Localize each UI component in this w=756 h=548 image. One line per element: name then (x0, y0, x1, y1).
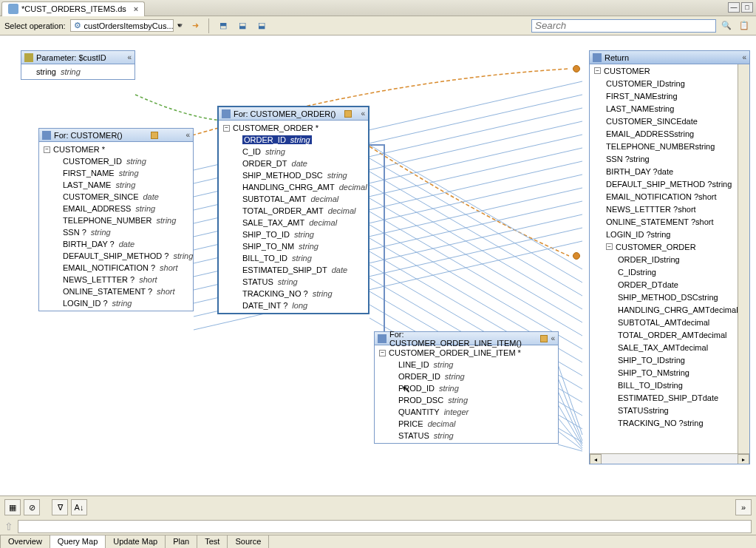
field-row[interactable]: PRICEdecimal (375, 418, 558, 430)
maximize-button[interactable]: □ (741, 2, 753, 13)
nav-button[interactable]: ➜ (188, 18, 202, 33)
operation-select[interactable]: ⚙ custOrdersItemsbyCus... ▼ (70, 19, 174, 32)
tab-update-map[interactable]: Update Map (105, 535, 166, 548)
field-row[interactable]: TELEPHONE_NUMBERstring (39, 214, 193, 226)
return-row[interactable]: FIRST_NAMEstring (590, 89, 749, 102)
field-row[interactable]: ESTIMATED_SHIP_DTdate (219, 264, 368, 276)
root-row[interactable]: − CUSTOMER_ORDER_LINE_ITEM * (375, 347, 558, 359)
tab-overview[interactable]: Overview (0, 535, 50, 548)
return-row[interactable]: HANDLING_CHRG_AMTdecimal (590, 303, 749, 316)
return-row[interactable]: BIRTH_DAY ?date (590, 165, 749, 177)
return-row[interactable]: SUBTOTAL_AMTdecimal (590, 316, 749, 328)
return-row[interactable]: NEWS_LETTTER ?short (590, 203, 749, 215)
dropdown-icon[interactable]: ▼ (178, 22, 184, 29)
close-icon[interactable]: × (134, 4, 138, 13)
collapse-icon[interactable]: − (223, 125, 230, 132)
tab-test[interactable]: Test (197, 535, 228, 548)
return-row[interactable]: ORDER_DTdate (590, 278, 749, 291)
field-row[interactable]: SSN ?string (39, 226, 193, 238)
field-row[interactable]: BIRTH_DAY ?date (39, 238, 193, 250)
field-row[interactable]: SHIP_TO_NMstring (219, 240, 368, 252)
file-tab[interactable]: *CUST_ORDERS_ITEMS.ds × (1, 1, 145, 16)
return-row[interactable]: DEFAULT_SHIP_METHOD ?string (590, 177, 749, 190)
filter-input[interactable] (18, 520, 752, 533)
panel-header[interactable]: Parameter: $custID « (21, 51, 134, 64)
collapse-icon[interactable]: − (594, 67, 601, 74)
panel-header[interactable]: For: CUSTOMER() « (39, 129, 193, 142)
field-row[interactable]: CUSTOMER_IDstring (39, 155, 193, 167)
tree-button-2[interactable]: ⬓ (235, 18, 250, 33)
return-row[interactable]: CUSTOMER_IDstring (590, 77, 749, 89)
sort-button[interactable]: A↓ (71, 499, 87, 515)
field-row[interactable]: LINE_IDstring (375, 359, 558, 371)
panel-return[interactable]: Return « −CUSTOMERCUSTOMER_IDstringFIRST… (589, 50, 750, 464)
return-row[interactable]: −CUSTOMER_ORDER (590, 240, 749, 253)
return-row[interactable]: ORDER_IDstring (590, 253, 749, 265)
return-row[interactable]: SSN ?string (590, 152, 749, 165)
field-row[interactable]: string string (21, 66, 134, 78)
chevron-up-icon[interactable]: « (127, 53, 132, 61)
up-arrow-icon[interactable]: ⇧ (4, 521, 13, 532)
return-row[interactable]: EMAIL_ADDRESSstring (590, 127, 749, 140)
return-row[interactable]: C_IDstring (590, 265, 749, 278)
field-row[interactable]: DEFAULT_SHIP_METHOD ?string (39, 250, 193, 262)
collapse-icon[interactable]: − (379, 350, 386, 356)
return-row[interactable]: ONLINE_STATEMENT ?short (590, 215, 749, 228)
field-row[interactable]: LOGIN_ID ?string (39, 297, 193, 309)
search-button[interactable]: 🔍 (719, 18, 734, 33)
field-row[interactable]: EMAIL_NOTIFICATION ?short (39, 262, 193, 274)
collapse-icon[interactable]: − (606, 243, 613, 250)
return-row[interactable]: LOGIN_ID ?string (590, 228, 749, 240)
tree-button-3[interactable]: ⬓ (254, 18, 269, 33)
field-row[interactable]: SHIP_METHOD_DSCstring (219, 169, 368, 181)
field-row[interactable]: QUANTITYinteger (375, 406, 558, 418)
search-input[interactable] (531, 19, 716, 33)
field-row[interactable]: PROD_IDstring (375, 382, 558, 394)
field-row[interactable]: PROD_DSCstring (375, 394, 558, 406)
return-row[interactable]: TELEPHONE_NUMBERstring (590, 140, 749, 152)
field-row[interactable]: ORDER_IDstring (219, 134, 368, 146)
field-row[interactable]: HANDLING_CHRG_AMTdecimal (219, 181, 368, 193)
grid-button[interactable]: ▦ (4, 499, 21, 515)
return-row[interactable]: BILL_TO_IDstring (590, 379, 749, 391)
field-row[interactable]: CUSTOMER_SINCEdate (39, 191, 193, 203)
field-row[interactable]: ONLINE_STATEMENT ?short (39, 285, 193, 297)
vertical-scrollbar[interactable] (738, 64, 749, 453)
scroll-left-icon[interactable]: ◂ (590, 454, 602, 464)
clear-button[interactable]: ⊘ (24, 499, 40, 515)
field-row[interactable]: STATUSstring (219, 276, 368, 288)
panel-header[interactable]: For: CUSTOMER_ORDER_LINE_ITEM() « (375, 332, 558, 345)
collapse-icon[interactable]: − (44, 146, 50, 153)
field-row[interactable]: ORDER_IDstring (375, 371, 558, 382)
field-row[interactable]: EMAIL_ADDRESSstring (39, 203, 193, 214)
return-row[interactable]: SALE_TAX_AMTdecimal (590, 341, 749, 354)
field-row[interactable]: BILL_TO_IDstring (219, 252, 368, 264)
scroll-right-icon[interactable]: ▸ (738, 454, 749, 464)
scroll-track[interactable] (602, 454, 738, 464)
field-row[interactable]: LAST_NAMEstring (39, 179, 193, 191)
return-row[interactable]: LAST_NAMEstring (590, 102, 749, 115)
expand-button[interactable]: » (735, 499, 752, 515)
options-button[interactable]: 📋 (737, 18, 752, 33)
panel-header[interactable]: For: CUSTOMER_ORDER() « (219, 107, 368, 121)
panel-line-item[interactable]: For: CUSTOMER_ORDER_LINE_ITEM() « − CUST… (374, 331, 559, 444)
return-row[interactable]: SHIP_TO_IDstring (590, 354, 749, 366)
return-row[interactable]: ESTIMATED_SHIP_DTdate (590, 391, 749, 404)
field-row[interactable]: SHIP_TO_IDstring (219, 229, 368, 240)
minimize-button[interactable]: — (728, 2, 740, 13)
field-row[interactable]: STATUSstring (375, 430, 558, 442)
field-row[interactable]: DATE_INT ?long (219, 300, 368, 311)
panel-customer-order[interactable]: For: CUSTOMER_ORDER() « − CUSTOMER_ORDER… (217, 106, 370, 314)
return-row[interactable]: TRACKING_NO ?string (590, 416, 749, 429)
chevron-up-icon[interactable]: « (361, 109, 365, 118)
return-row[interactable]: STATUSstring (590, 404, 749, 416)
tab-plan[interactable]: Plan (165, 535, 197, 548)
panel-customer[interactable]: For: CUSTOMER() « − CUSTOMER * CUSTOMER_… (38, 128, 194, 311)
field-row[interactable]: SALE_TAX_AMTdecimal (219, 217, 368, 229)
chevron-up-icon[interactable]: « (742, 53, 746, 61)
return-row[interactable]: SHIP_METHOD_DSCstring (590, 291, 749, 303)
chevron-up-icon[interactable]: « (185, 131, 190, 139)
field-row[interactable]: ORDER_DTdate (219, 158, 368, 169)
field-row[interactable]: TRACKING_NO ?string (219, 288, 368, 300)
panel-header[interactable]: Return « (590, 51, 749, 64)
